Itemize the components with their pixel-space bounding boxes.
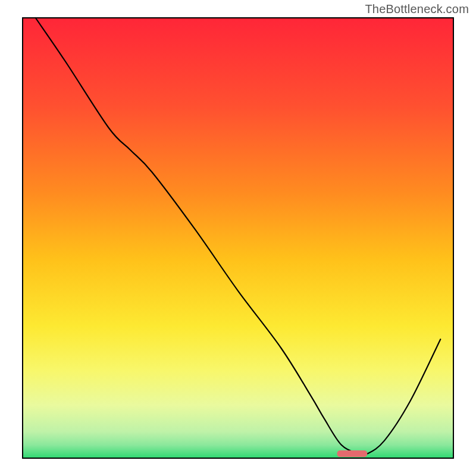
bottleneck-chart xyxy=(0,0,476,476)
plot-background xyxy=(23,18,453,458)
chart-container: { "watermark": "TheBottleneck.com", "cha… xyxy=(0,0,476,476)
optimum-marker xyxy=(337,450,368,457)
